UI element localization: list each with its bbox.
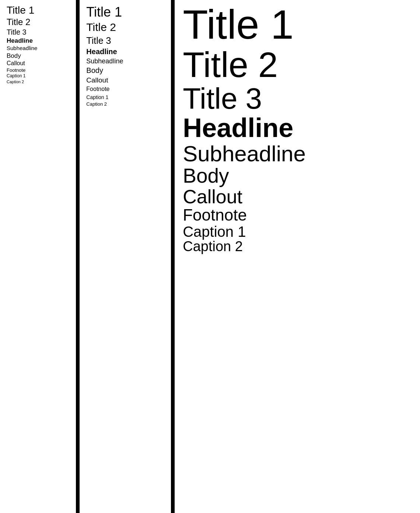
- column-2: Title 1 Title 2 Title 3 Headline Subhead…: [80, 0, 171, 513]
- col3-headline: Headline: [183, 114, 413, 142]
- col3-title1: Title 1: [183, 3, 413, 46]
- col3-title3: Title 3: [183, 83, 413, 114]
- col1-title1: Title 1: [7, 4, 69, 16]
- col3-caption1: Caption 1: [183, 224, 413, 239]
- col2-title3: Title 3: [86, 35, 164, 46]
- col1-subheadline: Subheadline: [7, 45, 69, 51]
- col1-title3: Title 3: [7, 28, 69, 36]
- col2-subheadline: Subheadline: [86, 57, 164, 65]
- col3-caption2: Caption 2: [183, 239, 413, 254]
- col1-body: Body: [7, 52, 69, 60]
- col2-caption2: Caption 2: [86, 102, 164, 107]
- col2-headline: Headline: [86, 48, 164, 56]
- col1-callout: Callout: [7, 60, 69, 67]
- col3-footnote: Footnote: [183, 207, 413, 224]
- col1-headline: Headline: [7, 37, 69, 45]
- col2-footnote: Footnote: [86, 86, 164, 92]
- col3-title2: Title 2: [183, 46, 413, 84]
- col2-title2: Title 2: [86, 21, 164, 34]
- col1-caption2: Caption 2: [7, 80, 69, 84]
- col2-callout: Callout: [86, 76, 164, 84]
- column-3: Title 1 Title 2 Title 3 Headline Subhead…: [175, 0, 420, 513]
- col3-subheadline: Subheadline: [183, 142, 413, 165]
- column-1: Title 1 Title 2 Title 3 Headline Subhead…: [0, 0, 76, 513]
- col1-caption1: Caption 1: [7, 74, 69, 79]
- col2-body: Body: [86, 66, 164, 75]
- col3-callout: Callout: [183, 187, 413, 207]
- col1-title2: Title 2: [7, 17, 69, 27]
- col1-footnote: Footnote: [7, 68, 69, 73]
- col3-body: Body: [183, 165, 413, 187]
- col2-caption1: Caption 1: [86, 94, 164, 100]
- col2-title1: Title 1: [86, 4, 164, 20]
